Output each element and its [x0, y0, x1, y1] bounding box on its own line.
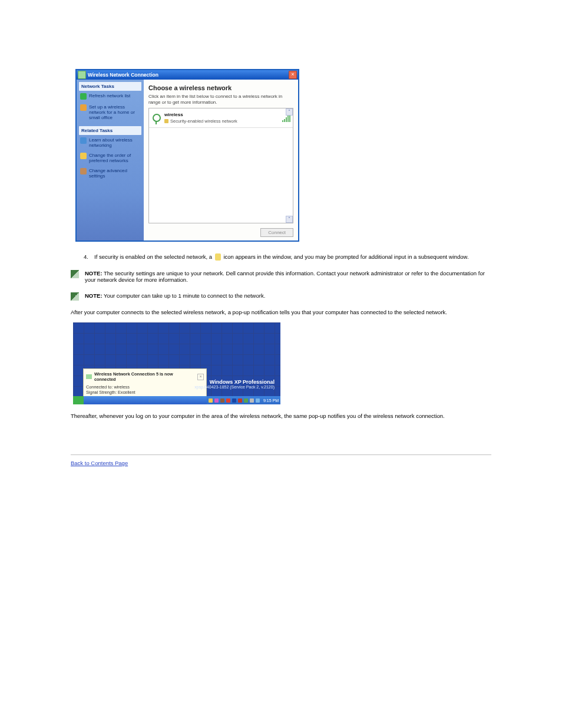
sidebar-item-refresh[interactable]: Refresh network list	[79, 91, 141, 102]
step-text-part1: If security is enabled on the selected n…	[94, 253, 212, 260]
note-text: Your computer can take up to 1 minute to…	[104, 292, 265, 299]
back-to-contents-link[interactable]: Back to Contents Page	[71, 460, 128, 466]
desktop-screenshot: Wireless Network Connection 5 is now con…	[73, 322, 280, 404]
main-subtext: Click an item in the list below to conne…	[144, 94, 298, 108]
step-text-part2: icon appears in the window, and you may …	[223, 253, 468, 260]
network-connected-icon	[86, 374, 92, 379]
network-list[interactable]: ˄ wireless Security-enabled wireless net…	[148, 108, 293, 223]
os-build: xpsp.040423-1852 (Service Pack 2, v.2120…	[194, 385, 275, 389]
antenna-icon	[151, 113, 162, 123]
sidebar-item-label: Refresh network list	[89, 93, 130, 100]
close-icon[interactable]: ×	[289, 71, 297, 79]
sidebar-item-label: Learn about wireless networking	[89, 137, 140, 148]
balloon-tip: Wireless Network Connection 5 is now con…	[83, 368, 207, 398]
sidebar-item-label: Change advanced settings	[89, 168, 140, 179]
wireless-app-icon	[78, 71, 86, 79]
gear-icon	[80, 168, 87, 174]
note-label: NOTE:	[85, 270, 103, 276]
tray-icon[interactable]	[226, 398, 230, 403]
note-2: NOTE: Your computer can take up to 1 min…	[71, 292, 491, 301]
connect-button[interactable]: Connect	[260, 228, 293, 237]
system-tray[interactable]: 9:15 PM	[207, 396, 280, 404]
tray-icon[interactable]	[238, 398, 242, 403]
tray-icon[interactable]	[256, 398, 260, 403]
sidebar-item-label: Change the order of preferred networks	[89, 153, 140, 163]
related-tasks-header: Related Tasks	[79, 126, 141, 135]
sidebar-item-setup-network[interactable]: Set up a wireless network for a home or …	[79, 102, 141, 123]
network-tasks-header: Network Tasks	[79, 82, 141, 91]
balloon-line2: Signal Strength: Excellent	[86, 390, 204, 395]
info-icon	[80, 137, 87, 144]
note-1: NOTE: The security settings are unique t…	[71, 270, 491, 283]
note-text: The security settings are unique to your…	[85, 270, 485, 283]
main-heading: Choose a wireless network	[144, 80, 298, 94]
window-title: Wireless Network Connection	[88, 72, 289, 78]
sidebar-item-change-order[interactable]: Change the order of preferred networks	[79, 150, 141, 166]
sidebar-item-learn[interactable]: Learn about wireless networking	[79, 135, 141, 150]
tray-icon[interactable]	[244, 398, 248, 403]
window-titlebar[interactable]: Wireless Network Connection ×	[77, 70, 298, 80]
note-label: NOTE:	[85, 292, 103, 299]
os-name: Windows XP Professional	[194, 379, 275, 385]
sidebar-item-advanced-settings[interactable]: Change advanced settings	[79, 166, 141, 181]
balloon-line1: Connected to: wireless	[86, 384, 204, 390]
refresh-icon	[80, 93, 87, 100]
tray-icon[interactable]	[214, 398, 219, 403]
scroll-up-icon[interactable]: ˄	[286, 108, 293, 116]
network-item[interactable]: wireless Security-enabled wireless netwo…	[149, 108, 293, 128]
note-icon	[71, 270, 79, 278]
tray-icon[interactable]	[209, 398, 213, 403]
lock-inline-icon	[215, 253, 221, 261]
paragraph: After your computer connects to the sele…	[71, 309, 491, 315]
tray-icon[interactable]	[232, 398, 236, 403]
step-number: 4.	[71, 253, 88, 261]
wireless-network-window: Wireless Network Connection × Network Ta…	[75, 69, 299, 242]
main-panel: Choose a wireless network Click an item …	[144, 80, 298, 241]
network-name: wireless	[164, 112, 282, 117]
side-panel: Network Tasks Refresh network list Set u…	[77, 80, 144, 241]
scroll-down-icon[interactable]: ˅	[286, 216, 293, 223]
taskbar-clock: 9:15 PM	[263, 398, 279, 403]
setup-network-icon	[80, 104, 87, 111]
paragraph: Thereafter, whenever you log on to your …	[71, 413, 491, 419]
step-4: 4. If security is enabled on the selecte…	[71, 253, 491, 261]
taskbar[interactable]: 9:15 PM	[73, 396, 280, 404]
star-icon	[80, 153, 87, 159]
sidebar-item-label: Set up a wireless network for a home or …	[89, 104, 140, 120]
section-divider	[71, 454, 491, 455]
tray-icon[interactable]	[220, 398, 224, 403]
lock-icon	[164, 119, 168, 123]
tray-icon[interactable]	[250, 398, 254, 403]
start-button[interactable]	[73, 396, 84, 404]
os-branding: Windows XP Professional xpsp.040423-1852…	[194, 379, 275, 389]
balloon-title: Wireless Network Connection 5 is now con…	[94, 371, 195, 382]
note-icon	[71, 292, 79, 301]
network-desc: Security-enabled wireless network	[170, 118, 237, 124]
